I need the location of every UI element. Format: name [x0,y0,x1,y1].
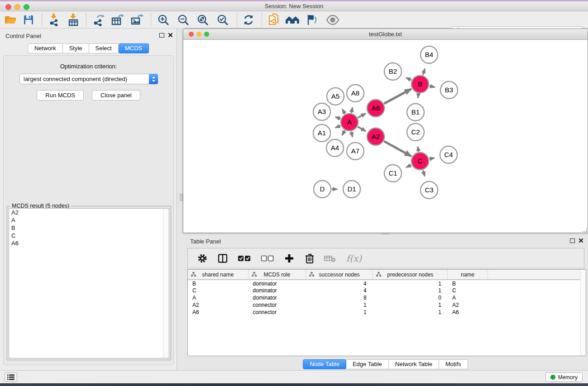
list-item[interactable]: B [9,224,169,232]
table-cell[interactable]: B [448,280,488,287]
column-header-MCDS-role[interactable]: MCDS role [248,270,306,280]
table-cell[interactable]: A6 [188,309,248,316]
graph-node-C4[interactable]: C4 [440,146,457,163]
graph-edge-A-A6[interactable] [358,114,366,118]
tab-edge-table[interactable]: Edge Table [346,359,389,369]
table-cell[interactable]: 1 [373,301,448,309]
table-cell[interactable]: C [188,287,248,294]
tab-network-table[interactable]: Network Table [389,359,439,369]
graph-node-B4[interactable]: B4 [421,46,438,63]
column-header-shared-name[interactable]: shared name [188,270,248,280]
graph-edge-C-C1[interactable] [406,165,411,167]
graph-node-C3[interactable]: C3 [421,181,438,199]
column-header-successor-nodes[interactable]: successor nodes [306,270,373,280]
panel-splitter-handle[interactable] [180,194,183,201]
table-cell[interactable]: 1 [306,309,373,316]
graph-edge-A-A7[interactable] [351,132,352,137]
graph-node-B3[interactable]: B3 [440,81,458,99]
graph-node-A6[interactable]: A6 [367,100,384,117]
hide-graphics-details-icon[interactable] [304,13,320,27]
save-session-icon[interactable] [21,13,36,27]
graph-node-C[interactable]: C [411,152,429,170]
graph-edge-C-C4[interactable] [429,158,434,159]
tab-motifs[interactable]: Motifs [439,359,468,369]
network-window-titlebar[interactable]: testGlobe.txt [183,29,588,40]
graph-node-A4[interactable]: A4 [326,139,344,157]
graph-edge-A6-B[interactable] [384,89,411,104]
table-cell[interactable]: connector [248,309,306,316]
float-panel-icon[interactable] [159,33,164,38]
mcds-result-list[interactable]: A2ABCA6 [9,208,169,358]
column-header-name[interactable]: name [448,270,488,280]
zoom-out-icon[interactable] [176,13,191,27]
list-item[interactable]: C [9,232,169,239]
table-cell[interactable]: dominator [248,280,306,287]
table-cell[interactable]: dominator [248,287,306,294]
zoom-in-icon[interactable] [156,13,171,27]
column-header-predecessor-nodes[interactable]: predecessor nodes [373,270,448,280]
table-cell[interactable]: B [188,280,248,287]
table-cell[interactable]: 1 [373,287,448,294]
graph-edge-C-C3[interactable] [423,170,425,176]
table-scrollbar[interactable] [580,270,586,356]
graph-edge-C-C2[interactable] [418,147,419,152]
task-history-button[interactable] [5,372,17,382]
graph-edge-A-A8[interactable] [351,107,352,113]
graph-node-A[interactable]: A [341,114,358,131]
tab-network[interactable]: Network [28,43,63,53]
window-titlebar[interactable]: Session: New Session [0,1,588,11]
apply-function-icon[interactable]: f(x) [344,252,364,265]
resize-grip-icon[interactable] [582,227,587,232]
zoom-fit-icon[interactable] [195,13,210,27]
graph-node-C2[interactable]: C2 [407,124,424,141]
graph-node-A2[interactable]: A2 [367,128,384,145]
graph-edge-A-A2[interactable] [358,127,366,131]
table-cell[interactable]: 1 [306,301,373,309]
graph-edge-B-B4[interactable] [423,69,425,75]
graph-node-A7[interactable]: A7 [347,143,364,160]
table-cell[interactable]: 4 [306,280,373,287]
list-scrollbar[interactable] [163,209,169,358]
table-cell[interactable]: 0 [373,294,448,301]
graph-node-B2[interactable]: B2 [384,63,402,80]
network-canvas[interactable]: B4B2BB3A5A8A6A3B1AC2A1A2A4A7C4CC1DD1C3 [183,40,588,233]
table-cell[interactable]: dominator [248,294,306,301]
table-cell[interactable]: connector [248,301,306,309]
graph-node-B1[interactable]: B1 [407,104,424,121]
run-mcds-button[interactable]: Run MCDS [37,90,84,100]
open-session-icon[interactable] [3,13,18,27]
graph-edge-A-A3[interactable] [335,117,340,119]
tab-style[interactable]: Style [63,43,89,53]
table-row[interactable]: Cdominator41C [188,287,581,294]
close-panel-button[interactable]: Close panel [92,90,140,100]
graph-node-A3[interactable]: A3 [313,103,330,120]
graph-edge-A-A5[interactable] [342,109,345,114]
table-cell[interactable]: A6 [448,309,488,316]
delete-columns-trash-icon[interactable] [303,252,316,265]
column-view-icon[interactable] [216,252,229,265]
delete-table-icon[interactable] [324,252,336,265]
table-row[interactable]: A2connector11A2 [188,301,581,309]
table-cell[interactable]: 8 [306,294,373,301]
node-table[interactable]: shared nameMCDS rolesuccessor nodesprede… [187,269,586,356]
graph-node-A8[interactable]: A8 [347,85,364,102]
list-item[interactable]: A [9,216,169,224]
import-table-icon[interactable] [66,13,81,27]
tab-select[interactable]: Select [89,43,119,53]
refresh-icon[interactable] [241,13,256,27]
zoom-selected-icon[interactable] [215,13,230,27]
float-panel-icon[interactable] [570,238,575,243]
table-cell[interactable]: C [448,287,488,294]
memory-button[interactable]: Memory [545,372,583,382]
tab-node-table[interactable]: Node Table [303,359,346,369]
graph-edge-A-A1[interactable] [335,126,341,128]
export-image-icon[interactable] [129,13,145,27]
table-row[interactable]: A6connector11A6 [188,309,581,316]
table-cell[interactable]: 4 [306,287,373,294]
open-session-file-icon[interactable] [266,13,282,27]
table-cell[interactable]: 1 [373,280,448,287]
graph-node-D1[interactable]: D1 [343,181,360,198]
list-item[interactable]: A6 [9,239,169,247]
graph-node-B[interactable]: B [411,76,429,93]
close-panel-icon[interactable] [168,33,173,38]
